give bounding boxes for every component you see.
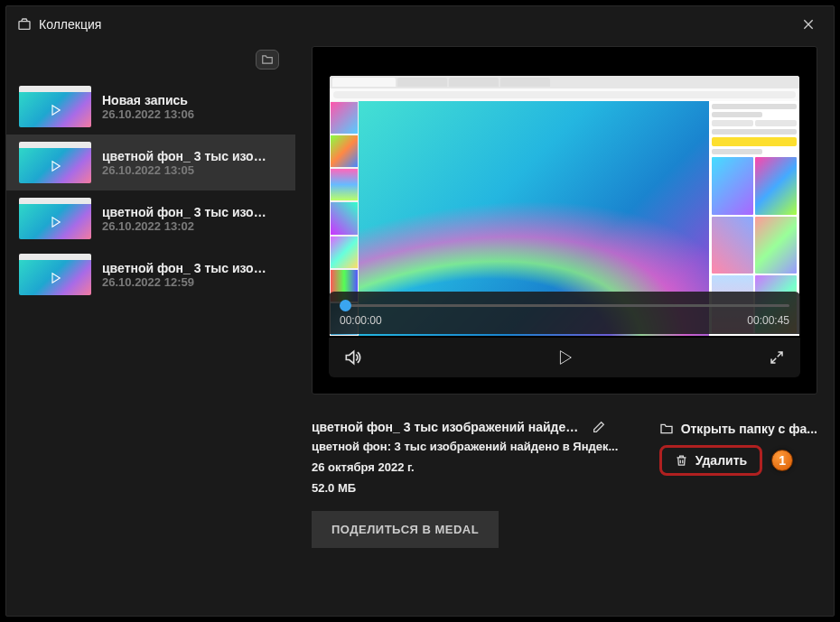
folder-button[interactable] [256,50,279,70]
item-text: цветной фон_ 3 тыс изобр... 26.10.2022 1… [102,149,274,177]
volume-button[interactable] [340,345,365,370]
time-display: 00:00:00 00:00:45 [340,314,789,327]
sidebar-toolbar [6,50,295,79]
play-icon [47,214,63,230]
open-folder-link[interactable]: Открыть папку с фа... [659,422,817,436]
collection-icon [17,17,32,32]
callout-badge: 1 [771,450,793,471]
item-title: Новая запись [102,93,194,107]
item-title: цветной фон_ 3 тыс изобр... [102,205,274,219]
details-left: цветной фон_ 3 тыс изображений найдено в… [312,420,632,548]
item-title: цветной фон_ 3 тыс изобр... [102,149,274,163]
name-row: цветной фон_ 3 тыс изображений найдено в… [312,420,632,434]
open-folder-label: Открыть папку с фа... [681,422,817,436]
recording-size: 52.0 МБ [312,481,632,495]
play-icon [47,158,63,174]
close-icon [801,17,816,32]
recording-item-0[interactable]: Новая запись 26.10.2022 13:06 [6,79,295,135]
close-button[interactable] [794,10,823,39]
play-icon [47,270,63,286]
svg-rect-0 [19,22,30,30]
item-text: Новая запись 26.10.2022 13:06 [102,93,194,121]
video-player[interactable]: 00:00:00 00:00:45 [312,46,817,395]
recording-description: цветной фон: 3 тыс изображений найдено в… [312,440,632,453]
play-icon [47,102,63,118]
seek-handle[interactable] [340,300,351,311]
main-panel: 00:00:00 00:00:45 [295,42,834,616]
recording-date-full: 26 октября 2022 г. [312,460,632,474]
recording-name: цветной фон_ 3 тыс изображений найдено в… [312,420,583,434]
seek-track[interactable] [340,304,789,307]
trash-icon [675,453,688,468]
folder-icon [659,422,674,435]
details-section: цветной фон_ 3 тыс изображений найдено в… [312,420,817,548]
delete-wrap: Удалить 1 [659,445,817,476]
sidebar: Новая запись 26.10.2022 13:06 цветной фо… [6,42,295,616]
item-date: 26.10.2022 13:05 [102,163,274,177]
recording-item-1[interactable]: цветной фон_ 3 тыс изобр... 26.10.2022 1… [6,135,295,190]
delete-label: Удалить [695,453,747,468]
titlebar: Коллекция [6,6,834,42]
window-title: Коллекция [39,17,101,32]
content-area: Новая запись 26.10.2022 13:06 цветной фо… [6,42,834,616]
item-text: цветной фон_ 3 тыс изобр... 26.10.2022 1… [102,261,274,289]
expand-icon [769,349,785,366]
current-time: 00:00:00 [340,314,382,327]
seekbar-container: 00:00:00 00:00:45 [329,292,800,334]
recording-thumbnail [19,86,91,127]
folder-icon [261,54,274,65]
recording-thumbnail [19,142,91,183]
delete-button[interactable]: Удалить [659,445,762,476]
item-date: 26.10.2022 12:59 [102,275,274,289]
recording-item-3[interactable]: цветной фон_ 3 тыс изобр... 26.10.2022 1… [6,246,295,302]
edit-icon[interactable] [592,420,606,434]
control-row [329,338,800,377]
item-title: цветной фон_ 3 тыс изобр... [102,261,274,275]
share-medal-button[interactable]: ПОДЕЛИТЬСЯ В MEDAL [312,511,499,548]
duration: 00:00:45 [747,314,789,327]
details-right: Открыть папку с фа... Удалить 1 [659,420,817,476]
item-date: 26.10.2022 13:06 [102,107,194,121]
recording-thumbnail [19,254,91,295]
recording-thumbnail [19,198,91,239]
item-text: цветной фон_ 3 тыс изобр... 26.10.2022 1… [102,205,274,233]
item-date: 26.10.2022 13:02 [102,219,274,233]
volume-icon [343,348,361,367]
play-button[interactable] [552,345,577,370]
play-icon [555,348,574,367]
player-controls: 00:00:00 00:00:45 [329,292,800,377]
fullscreen-button[interactable] [764,345,789,370]
recording-item-2[interactable]: цветной фон_ 3 тыс изобр... 26.10.2022 1… [6,190,295,246]
collection-window: Коллекция Новая запись 26.10.2022 13:06 [5,5,835,617]
